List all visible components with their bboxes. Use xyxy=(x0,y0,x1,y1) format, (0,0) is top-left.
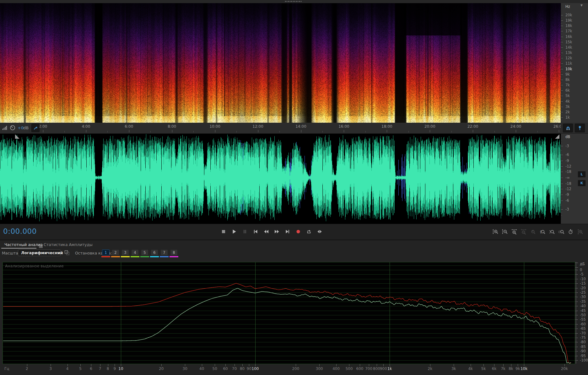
gain-knob-icon[interactable] xyxy=(9,125,16,132)
zoom-in-amplitude-button[interactable] xyxy=(492,228,499,235)
freq-x-tick xyxy=(369,364,369,366)
freq-x-label: 6k xyxy=(492,367,497,371)
skip-selection-button[interactable] xyxy=(315,227,324,236)
freq-x-tick xyxy=(121,364,121,366)
stop-button[interactable] xyxy=(219,227,228,236)
channel-right-button[interactable]: K xyxy=(578,180,586,186)
zoom-to-out-point-button[interactable]: } xyxy=(548,228,555,235)
channel-left-button[interactable]: L xyxy=(578,171,586,178)
frequency-analysis-plot[interactable] xyxy=(3,262,575,364)
spectrogram-display[interactable] xyxy=(0,3,561,123)
freq-x-axis-unit: Гц xyxy=(4,367,9,371)
hz-scale-label: 19k xyxy=(565,19,572,22)
rewind-button[interactable] xyxy=(262,227,271,236)
zoom-full-amplitude-button[interactable] xyxy=(577,228,584,235)
timeline-label: 12:00 xyxy=(252,124,263,129)
zoom-to-in-point-button[interactable]: { xyxy=(539,228,546,235)
tab-amplitude-statistics[interactable]: Статистика Амплитуды xyxy=(44,242,93,247)
hz-tick xyxy=(561,117,563,118)
timer-record-button[interactable] xyxy=(567,228,574,235)
zoom-out-amplitude-button[interactable] xyxy=(501,228,508,235)
freq-x-label: 8 xyxy=(107,367,109,371)
frame-hold-button-2[interactable]: 2 xyxy=(112,249,119,255)
hud-separator xyxy=(29,124,30,132)
wave-db-tick-minor xyxy=(561,198,562,198)
wave-db-label: -18 xyxy=(565,170,571,174)
hz-tick-minor xyxy=(561,18,562,18)
plot-overlay-label: Анализированое выделение xyxy=(5,264,64,268)
record-button[interactable] xyxy=(294,227,303,236)
wave-db-label: -6 xyxy=(565,199,569,202)
hz-scale-label: 3k xyxy=(565,105,570,109)
frame-hold-button-3[interactable]: 3 xyxy=(121,249,129,255)
freq-x-label: 8k xyxy=(509,367,513,371)
panel-menu-icon[interactable] xyxy=(39,243,43,249)
hz-scale-label: 12k xyxy=(565,56,572,60)
freq-x-label: 3k xyxy=(451,367,456,371)
panel-resize-grip[interactable] xyxy=(0,0,588,3)
pin-playhead-button[interactable] xyxy=(31,124,40,132)
play-button[interactable] xyxy=(229,227,239,236)
skip-to-start-button[interactable] xyxy=(251,227,260,236)
waveform-display[interactable] xyxy=(0,134,561,224)
zoom-in-time-button[interactable] xyxy=(511,228,518,235)
gain-unit-label: dB xyxy=(23,126,29,130)
freq-db-label: -25 xyxy=(580,290,586,295)
freq-x-label: 4k xyxy=(468,367,473,371)
zoom-toolbar: *{}{} xyxy=(492,228,584,235)
freq-x-label: 9 xyxy=(114,367,116,371)
time-display[interactable]: 0:00.000 xyxy=(3,227,37,235)
timeline-tick xyxy=(516,130,516,132)
zoom-out-full-button[interactable]: * xyxy=(530,228,537,235)
frame-hold-button-8[interactable]: 8 xyxy=(170,249,178,255)
amplitude-scale-ruler[interactable]: dB -3-6-9-12-18-∞-18-12-9-6-3 xyxy=(561,134,588,224)
timeline-tick xyxy=(215,130,215,132)
wave-db-tick xyxy=(561,189,563,189)
selection-handle-left[interactable] xyxy=(15,134,19,139)
tab-frequency-analysis[interactable]: Частотный анализ xyxy=(4,242,43,247)
frequency-scale-ruler[interactable]: Hz ▼ 20k19k18k17k16k15k14k13k12k11k10k9k… xyxy=(561,3,588,123)
hz-tick-minor xyxy=(561,83,562,83)
timeline-toolbar: 2:004:006:008:0010:0012:0014:0016:0018:0… xyxy=(0,123,588,134)
freq-x-label: 5k xyxy=(481,367,486,371)
marker-button[interactable] xyxy=(575,124,585,132)
frame-hold-button-6[interactable]: 6 xyxy=(151,249,158,255)
zoom-out-time-button[interactable] xyxy=(520,228,527,235)
freq-x-tick xyxy=(430,364,430,366)
frame-hold-button-7[interactable]: 7 xyxy=(160,249,168,255)
selection-handle-right[interactable] xyxy=(555,134,559,139)
freq-x-tick xyxy=(235,364,235,366)
hz-scale-label: 20k xyxy=(565,13,572,17)
timeline-ruler[interactable]: 2:004:006:008:0010:0012:0014:0016:0018:0… xyxy=(0,123,561,133)
frame-hold-button-4[interactable]: 4 xyxy=(131,249,139,255)
hz-unit-label: Hz xyxy=(565,5,570,8)
snapshot-graph-button[interactable] xyxy=(64,250,70,256)
timeline-tick xyxy=(344,130,344,132)
hz-scale-label: 11k xyxy=(565,62,572,65)
hz-tick xyxy=(561,96,563,96)
hz-tick xyxy=(561,37,563,37)
zoom-to-selection-button[interactable]: {} xyxy=(558,228,565,235)
freq-db-label: -40 xyxy=(580,304,586,308)
fast-forward-button[interactable] xyxy=(272,227,282,236)
frame-hold-button-5[interactable]: 5 xyxy=(141,249,148,255)
skip-to-end-button[interactable] xyxy=(283,227,292,236)
loop-playback-button[interactable] xyxy=(304,227,314,236)
gain-value[interactable]: +0 xyxy=(18,126,24,130)
frame-hold-color-2 xyxy=(111,256,120,257)
freq-x-label: 20 xyxy=(159,367,164,371)
timeline-label: 10:00 xyxy=(209,124,220,129)
freq-x-tick xyxy=(91,364,91,366)
wave-db-tick-minor xyxy=(561,212,562,213)
freq-x-label: 7k xyxy=(501,367,505,371)
freq-x-tick xyxy=(564,364,565,366)
snap-magnet-button[interactable] xyxy=(563,124,573,132)
hz-scale-label: 15k xyxy=(565,40,572,44)
db-unit-label: dB xyxy=(565,135,570,139)
scale-dropdown[interactable]: Логарифмический xyxy=(18,249,61,256)
hz-scale-menu-caret[interactable]: ▼ xyxy=(580,3,583,7)
frame-hold-button-1[interactable]: 1 xyxy=(102,249,110,255)
freq-x-label: 300 xyxy=(316,367,323,371)
pause-button[interactable] xyxy=(240,227,250,236)
timeline-tick xyxy=(559,130,559,132)
